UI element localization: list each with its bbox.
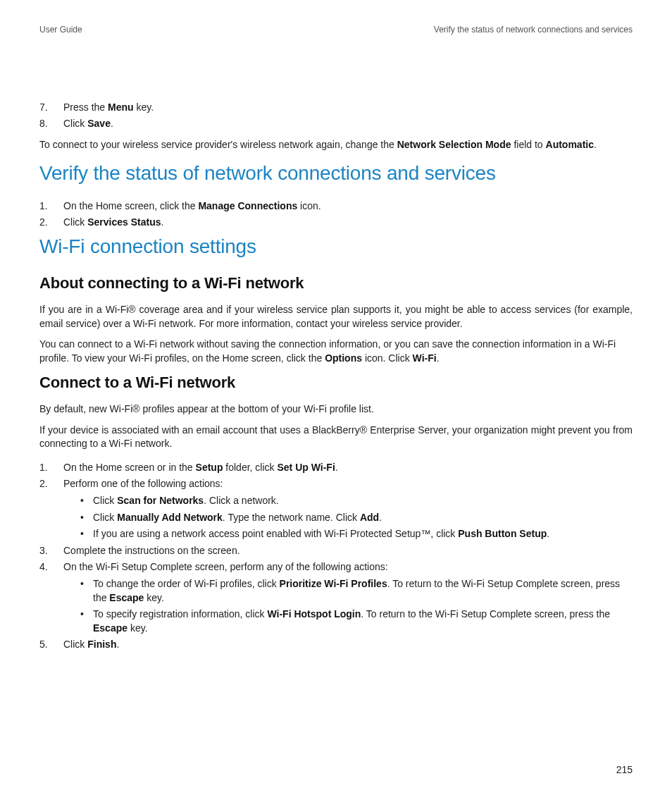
heading-wifi-settings: Wi-Fi connection settings bbox=[39, 233, 633, 260]
bold: Save bbox=[87, 118, 111, 129]
step-7: Press the Menu key. bbox=[39, 101, 633, 115]
bold: Scan for Networks bbox=[117, 495, 204, 506]
text: . bbox=[111, 118, 113, 129]
connect-step-2: Perform one of the following actions: Cl… bbox=[39, 477, 633, 541]
text: . bbox=[335, 462, 338, 473]
sub-manually-add: Click Manually Add Network. Type the net… bbox=[80, 511, 633, 525]
continued-steps-list: Press the Menu key. Click Save. bbox=[39, 101, 633, 131]
text: . bbox=[116, 639, 119, 650]
running-header: User Guide Verify the status of network … bbox=[39, 24, 633, 36]
text: field to bbox=[511, 139, 546, 150]
heading-about-connecting: About connecting to a Wi-Fi network bbox=[39, 273, 633, 295]
bold: Network Selection Mode bbox=[397, 139, 511, 150]
sub-push-button: If you are using a network access point … bbox=[80, 527, 633, 541]
text: To specify registration information, cli… bbox=[93, 608, 267, 620]
verify-steps-list: On the Home screen, click the Manage Con… bbox=[39, 199, 633, 230]
connect-step-3: Complete the instructions on the screen. bbox=[39, 544, 633, 558]
bold: Services Status bbox=[87, 216, 161, 228]
heading-connect-wifi: Connect to a Wi-Fi network bbox=[39, 372, 633, 394]
text: Press the bbox=[63, 101, 108, 113]
text: key. bbox=[134, 101, 154, 113]
text: . Click a network. bbox=[204, 495, 279, 506]
connect-step-5: Click Finish. bbox=[39, 638, 633, 652]
text: icon. Click bbox=[362, 352, 413, 364]
bold: Setup bbox=[196, 462, 223, 473]
text: . bbox=[547, 528, 549, 539]
bold: Menu bbox=[108, 101, 134, 113]
running-header-right: Verify the status of network connections… bbox=[434, 24, 633, 36]
bold: Manually Add Network bbox=[117, 512, 223, 523]
text: Perform one of the following actions: bbox=[63, 478, 223, 489]
text: key. bbox=[144, 592, 164, 603]
text: Click bbox=[63, 216, 87, 228]
text: Click bbox=[63, 118, 87, 129]
connect-step-1: On the Home screen or in the Setup folde… bbox=[39, 461, 633, 475]
bold: Automatic bbox=[546, 139, 594, 150]
about-paragraph-2: You can connect to a Wi-Fi network witho… bbox=[39, 338, 633, 365]
bold: Escape bbox=[93, 622, 127, 634]
connect-step-4-sublist: To change the order of Wi-Fi profiles, c… bbox=[80, 577, 633, 635]
bold: Wi-Fi bbox=[413, 352, 437, 364]
sub-prioritize: To change the order of Wi-Fi profiles, c… bbox=[80, 577, 633, 605]
text: Click bbox=[93, 512, 117, 523]
text: If you are using a network access point … bbox=[93, 528, 458, 539]
bold: Options bbox=[325, 352, 362, 364]
page-number: 215 bbox=[616, 763, 633, 777]
connect-step-2-sublist: Click Scan for Networks. Click a network… bbox=[80, 494, 633, 541]
connect-steps-list: On the Home screen or in the Setup folde… bbox=[39, 461, 633, 652]
text: To connect to your wireless service prov… bbox=[39, 139, 397, 150]
connect-step-4: On the Wi-Fi Setup Complete screen, perf… bbox=[39, 560, 633, 635]
text: key. bbox=[127, 622, 148, 634]
text: folder, click bbox=[223, 462, 277, 473]
about-paragraph-1: If you are in a Wi-Fi® coverage area and… bbox=[39, 303, 633, 331]
text: . bbox=[161, 216, 164, 228]
text: . To return to the Wi-Fi Setup Complete … bbox=[361, 608, 610, 620]
bold: Escape bbox=[109, 592, 144, 603]
verify-step-1: On the Home screen, click the Manage Con… bbox=[39, 199, 633, 214]
text: Click bbox=[63, 639, 87, 650]
sub-scan-networks: Click Scan for Networks. Click a network… bbox=[80, 494, 633, 508]
text: On the Home screen, click the bbox=[63, 200, 198, 211]
top-paragraph: To connect to your wireless service prov… bbox=[39, 138, 633, 152]
connect-paragraph-2: If your device is associated with an ema… bbox=[39, 424, 633, 451]
text: On the Home screen or in the bbox=[63, 462, 196, 473]
bold: Finish bbox=[87, 639, 116, 650]
bold: Manage Connections bbox=[198, 200, 297, 211]
text: Click bbox=[93, 495, 117, 506]
text: To change the order of Wi-Fi profiles, c… bbox=[93, 578, 280, 589]
bold: Prioritize Wi-Fi Profiles bbox=[280, 578, 387, 589]
heading-verify-status: Verify the status of network connections… bbox=[39, 159, 633, 187]
text: . bbox=[437, 352, 440, 364]
bold: Push Button Setup bbox=[458, 528, 547, 539]
text: . bbox=[379, 512, 382, 523]
verify-step-2: Click Services Status. bbox=[39, 216, 633, 230]
page: User Guide Verify the status of network … bbox=[0, 0, 672, 807]
text: icon. bbox=[297, 200, 321, 211]
text: On the Wi-Fi Setup Complete screen, perf… bbox=[63, 561, 388, 572]
bold: Wi-Fi Hotspot Login bbox=[267, 608, 361, 620]
text: . bbox=[594, 139, 597, 150]
step-8: Click Save. bbox=[39, 117, 633, 131]
text: . Type the network name. Click bbox=[223, 512, 360, 523]
running-header-left: User Guide bbox=[39, 24, 82, 36]
bold: Set Up Wi-Fi bbox=[277, 462, 335, 473]
bold: Add bbox=[360, 512, 379, 523]
connect-paragraph-1: By default, new Wi-Fi® profiles appear a… bbox=[39, 402, 633, 417]
sub-hotspot-login: To specify registration information, cli… bbox=[80, 608, 633, 635]
